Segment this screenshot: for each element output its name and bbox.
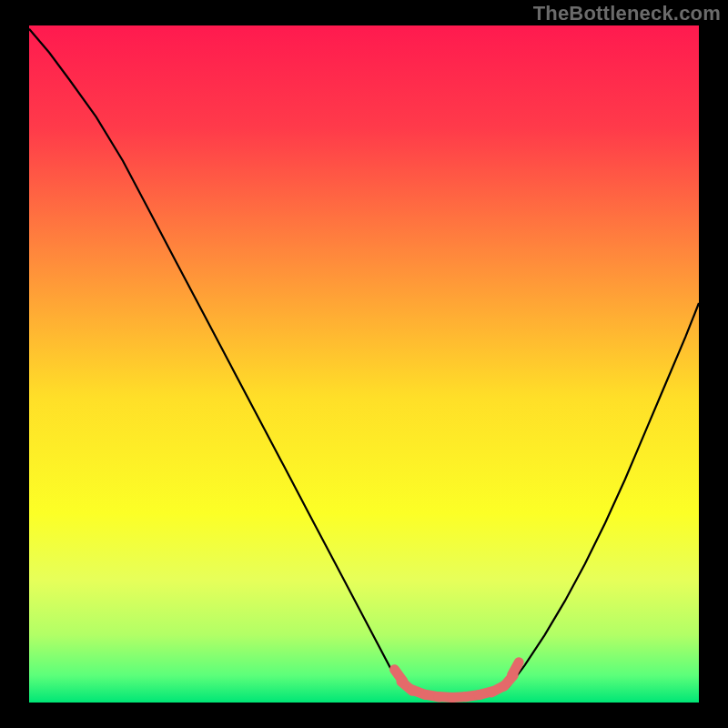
bottleneck-chart — [0, 0, 728, 728]
plot-background — [29, 25, 699, 703]
watermark-label: TheBottleneck.com — [533, 2, 721, 25]
chart-frame: TheBottleneck.com — [0, 0, 728, 728]
valley-marker — [512, 662, 520, 675]
